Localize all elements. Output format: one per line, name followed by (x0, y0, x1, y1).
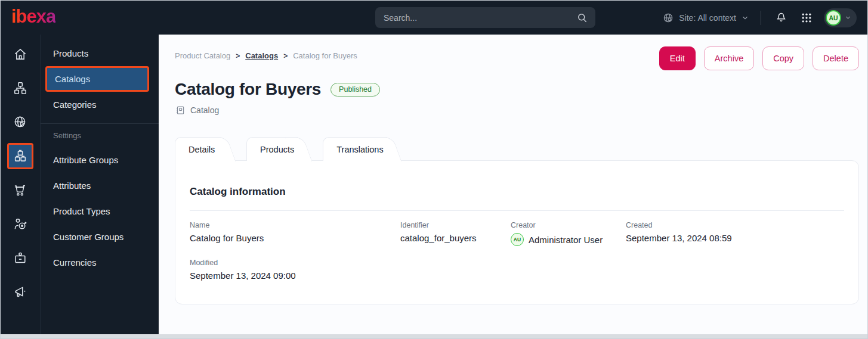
globe-icon (662, 12, 674, 24)
sidebar-divider (41, 123, 159, 124)
topbar-right-cluster: Site: All context (662, 8, 857, 27)
tab-products[interactable]: Products (246, 137, 298, 161)
sitemap-icon (13, 80, 28, 96)
search-input[interactable] (384, 13, 576, 23)
secondary-sidebar: Products Catalogs Categories Settings At… (41, 35, 159, 335)
grid-dots-icon (801, 12, 813, 24)
id-badge-icon (13, 250, 28, 266)
chevron-down-icon (741, 14, 749, 22)
status-badge: Published (330, 83, 380, 97)
sidebar-item-attributes[interactable]: Attributes (41, 173, 159, 198)
sidebar-item-product-types[interactable]: Product Types (41, 198, 159, 224)
bell-icon (775, 11, 787, 24)
sidebar-item-attribute-groups[interactable]: Attribute Groups (41, 147, 159, 173)
sidebar-item-admin[interactable] (7, 245, 33, 271)
tab-bar: Details Products Translations (175, 137, 867, 161)
sidebar-item-marketing[interactable] (7, 279, 33, 305)
sidebar-item-site[interactable] (7, 109, 33, 135)
field-creator: Creator AU Administrator User (511, 221, 626, 246)
catalog-icon (175, 105, 186, 116)
globe-cursor-icon (13, 114, 28, 130)
breadcrumb-item-current: Catalog for Buyers (293, 51, 357, 60)
site-context-selector[interactable]: Site: All context (662, 12, 749, 24)
sidebar-item-categories[interactable]: Categories (41, 92, 159, 117)
sidebar-item-catalogs[interactable]: Catalogs (45, 66, 149, 92)
sidebar-settings-heading: Settings (41, 131, 159, 140)
field-modified: Modified September 13, 2024 09:00 (190, 259, 400, 281)
sidebar-item-customer-groups[interactable]: Customer Groups (41, 224, 159, 250)
megaphone-icon (13, 284, 28, 300)
tab-panel: Catalog information Name Catalog for Buy… (159, 161, 867, 335)
site-context-label: Site: All context (679, 13, 736, 23)
sidebar-item-products[interactable]: Products (41, 41, 159, 66)
archive-button[interactable]: Archive (704, 46, 754, 70)
person-target-icon (13, 216, 28, 232)
ibexa-logo[interactable]: ibexa (11, 7, 55, 28)
cart-icon (13, 182, 28, 198)
tab-details[interactable]: Details (175, 137, 221, 161)
sidebar-item-home[interactable] (7, 41, 33, 67)
breadcrumb-separator: > (236, 52, 240, 60)
field-grid: Name Catalog for Buyers Identifier catal… (190, 221, 844, 281)
page-title: Catalog for Buyers (175, 80, 321, 99)
bottom-edge (1, 334, 867, 338)
action-buttons: Edit Archive Copy Delete (659, 46, 859, 70)
sidebar-item-commerce[interactable] (7, 177, 33, 203)
chevron-down-icon (844, 14, 852, 21)
creator-avatar: AU (511, 233, 524, 246)
delete-button[interactable]: Delete (813, 46, 859, 70)
content-type-label: Catalog (190, 105, 219, 115)
tab-translations[interactable]: Translations (323, 137, 387, 161)
app-window: ibexa Site: All context (0, 0, 868, 339)
main-content: Product Catalog > Catalogs > Catalog for… (159, 35, 867, 335)
global-search[interactable] (375, 7, 595, 28)
topbar-divider (761, 11, 761, 25)
copy-button[interactable]: Copy (762, 46, 804, 70)
content-type-row: Catalog (175, 105, 859, 116)
field-created: Created September 13, 2024 08:59 (626, 221, 844, 246)
field-name: Name Catalog for Buyers (190, 221, 400, 246)
breadcrumb-separator: > (283, 52, 288, 60)
user-menu[interactable]: AU (824, 8, 857, 27)
app-switcher-button[interactable] (798, 10, 815, 26)
sidebar-item-product-catalog[interactable] (7, 143, 33, 169)
content-header: Product Catalog > Catalogs > Catalog for… (159, 35, 867, 116)
home-icon (13, 46, 28, 62)
edit-button[interactable]: Edit (659, 46, 696, 70)
field-identifier: Identifier catalog_for_buyers (400, 221, 511, 246)
product-boxes-icon (13, 148, 28, 164)
sidebar-item-content-tree[interactable] (7, 75, 33, 101)
card-title: Catalog information (190, 186, 844, 198)
breadcrumb-item-catalogs[interactable]: Catalogs (245, 51, 278, 60)
notifications-button[interactable] (773, 10, 789, 26)
catalog-information-card: Catalog information Name Catalog for Buy… (175, 160, 859, 304)
sidebar-item-personalization[interactable] (7, 211, 33, 237)
avatar: AU (826, 10, 841, 26)
sidebar-item-currencies[interactable]: Currencies (41, 250, 159, 275)
top-bar: ibexa Site: All context (1, 1, 867, 35)
search-icon[interactable] (576, 12, 588, 24)
breadcrumb: Product Catalog > Catalogs > Catalog for… (175, 51, 357, 60)
card-divider (190, 210, 844, 211)
main-icon-sidebar (1, 35, 41, 335)
breadcrumb-item-product-catalog[interactable]: Product Catalog (175, 51, 230, 60)
